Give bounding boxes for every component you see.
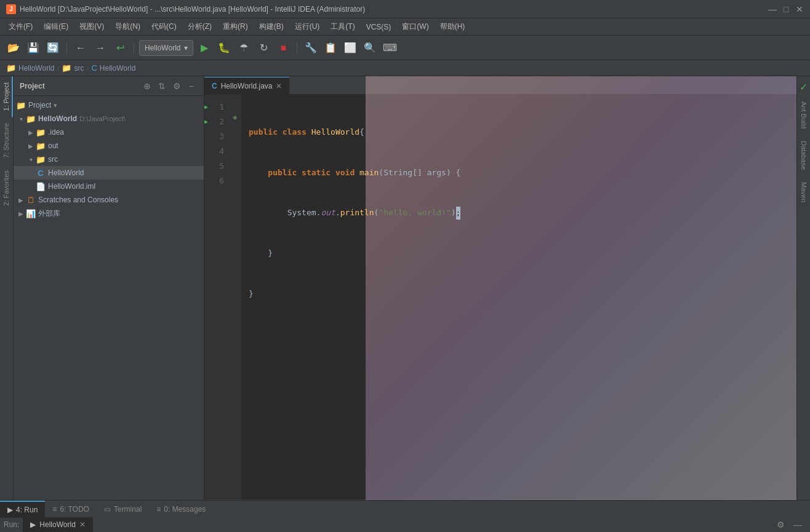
menu-vcs[interactable]: VCS(S) [361, 21, 396, 33]
gutter-2: ◈ [229, 109, 241, 124]
scratches-icon: 🗒 [26, 195, 36, 205]
line-number-5: 5 [204, 159, 229, 173]
tree-item-idea[interactable]: ▶ 📁 .idea [14, 125, 204, 139]
code-line-1: public class HelloWorld{ [249, 125, 789, 140]
keyword-public2: public [268, 167, 302, 180]
run-label: Run: [0, 520, 23, 529]
run-marker-2: ▶ [204, 117, 208, 127]
gutter-3 [229, 124, 241, 139]
tab-close-button[interactable]: ✕ [276, 82, 282, 90]
menu-edit[interactable]: 编辑(E) [39, 20, 73, 34]
menu-analyze[interactable]: 分析(Z) [183, 20, 217, 34]
semicursor: ; [456, 207, 461, 220]
forward-button[interactable]: → [92, 39, 109, 57]
undo-button[interactable]: ↩ [111, 39, 129, 57]
project-panel: Project ⊕ ⇅ ⚙ − 📁 Project ▾ ▾ 📁 HelloWor… [14, 76, 204, 514]
collapse-icon[interactable]: − [185, 80, 198, 92]
maximize-button[interactable]: □ [782, 5, 790, 14]
minimize-button[interactable]: — [768, 5, 777, 14]
line-numbers: ▶1 ▶2 3 4 5 6 [204, 95, 229, 499]
menu-view[interactable]: 视图(V) [74, 20, 109, 34]
tree-item-src[interactable]: ▾ 📁 src [14, 153, 204, 166]
brace-open: { [359, 126, 364, 139]
out-folder-icon: 📁 [36, 141, 46, 151]
tab-terminal[interactable]: ▭ Terminal [97, 501, 149, 518]
code-editor[interactable]: public class HelloWorld{ public static v… [241, 95, 796, 499]
stop-button[interactable]: ■ [275, 39, 292, 57]
debug-button[interactable]: 🐛 [215, 39, 233, 57]
tree-item-scratches[interactable]: ▶ 🗒 Scratches and Consoles [14, 193, 204, 207]
sort-icon[interactable]: ⇅ [156, 80, 168, 92]
menu-navigate[interactable]: 导航(N) [110, 20, 145, 34]
breadcrumb-file[interactable]: HelloWorld [100, 64, 135, 73]
menu-tools[interactable]: 工具(T) [326, 20, 359, 34]
right-tab-database[interactable]: Database [798, 135, 810, 176]
todo-icon: ≡ [52, 505, 57, 514]
tree-item-helloworldiml[interactable]: 📄 HelloWorld.iml [14, 180, 204, 193]
search-everywhere-button[interactable]: 🔍 [361, 39, 379, 57]
dropdown-arrow: ▾ [54, 101, 57, 109]
tree-item-helloworld-root[interactable]: ▾ 📁 HelloWorld D:\JavaProject\ [14, 112, 204, 125]
paren-open: ( [374, 207, 379, 220]
add-icon[interactable]: ⊕ [141, 80, 153, 92]
open-folder-button[interactable]: 📂 [5, 39, 22, 57]
save-button[interactable]: 💾 [25, 39, 42, 57]
params: (String[] args) { [379, 167, 460, 180]
tree-item-helloworldjava[interactable]: C HelloWorld [14, 166, 204, 180]
settings-button[interactable]: 🔧 [302, 39, 319, 57]
editor-tab-helloworld[interactable]: C HelloWorld.java ✕ [204, 77, 289, 94]
indent-1 [249, 167, 268, 180]
window-controls[interactable]: — □ ✕ [768, 5, 804, 14]
settings-gear-icon[interactable]: ⚙ [773, 517, 788, 532]
keyword-public: public [249, 126, 283, 139]
run-tab-close[interactable]: ✕ [79, 520, 86, 529]
gear-icon[interactable]: ⚙ [170, 80, 183, 92]
check-icon: ✓ [797, 79, 810, 95]
tree-item-extlibs[interactable]: ▶ 📊 外部库 [14, 207, 204, 220]
code-line-2: public static void main(String[] args) { [249, 165, 789, 180]
bottom-nav-tabs: ▶ 4: Run ≡ 6: TODO ▭ Terminal ≡ 0: Messa… [0, 500, 810, 517]
menu-file[interactable]: 文件(F) [4, 20, 38, 34]
minimize-panel-icon[interactable]: — [790, 517, 805, 532]
sidebar-tab-project[interactable]: 1: Project [0, 76, 13, 117]
close-button[interactable]: ✕ [795, 5, 804, 14]
tree-item-project[interactable]: 📁 Project ▾ [14, 98, 204, 112]
menu-code[interactable]: 代码(C) [146, 20, 182, 34]
sidebar-tab-favorites[interactable]: 2: Favorites [0, 164, 13, 212]
menu-window[interactable]: 窗口(W) [397, 20, 433, 34]
sync-button[interactable]: 🔄 [44, 39, 62, 57]
gutter-5 [229, 154, 241, 169]
run-config-dropdown[interactable]: HelloWorld ▾ [139, 40, 193, 56]
right-tab-maven[interactable]: Maven [798, 176, 810, 208]
tab-messages[interactable]: ≡ 0: Messages [149, 501, 213, 518]
toolbar-separator-3 [297, 42, 297, 54]
tab-todo[interactable]: ≡ 6: TODO [45, 501, 97, 518]
sidebar-tab-structure[interactable]: 7: Structure [0, 117, 13, 164]
code-line-4: } [249, 246, 789, 261]
field-out: out [321, 207, 335, 220]
breadcrumb-src[interactable]: src [74, 64, 84, 73]
right-tab-ant[interactable]: Ant Build [798, 95, 810, 135]
layout-button[interactable]: ⬜ [342, 39, 359, 57]
code-line-6 [249, 327, 789, 342]
tab-run[interactable]: ▶ 4: Run [0, 501, 45, 518]
profile-button[interactable]: ↻ [255, 39, 272, 57]
menu-refactor[interactable]: 重构(R) [218, 20, 253, 34]
menu-help[interactable]: 帮助(H) [435, 20, 470, 34]
sdk-button[interactable]: 📋 [322, 39, 339, 57]
keyword-class: class [283, 126, 311, 139]
file-tree: 📁 Project ▾ ▾ 📁 HelloWorld D:\JavaProjec… [14, 96, 204, 514]
tree-item-out[interactable]: ▶ 📁 out [14, 139, 204, 153]
run-icon: ▶ [7, 506, 13, 514]
line-number-1: ▶1 [204, 100, 229, 114]
back-button[interactable]: ← [72, 39, 89, 57]
menu-run[interactable]: 运行(U) [290, 20, 325, 34]
coverage-button[interactable]: ☂ [235, 39, 252, 57]
tree-label: Project [28, 101, 51, 109]
expand-arrow: ▾ [16, 116, 26, 122]
run-button[interactable]: ▶ [196, 39, 213, 57]
keymap-button[interactable]: ⌨ [381, 39, 398, 57]
breadcrumb-project[interactable]: HelloWorld [18, 64, 54, 73]
menu-build[interactable]: 构建(B) [254, 20, 289, 34]
expand-arrow-scratches: ▶ [16, 197, 26, 204]
